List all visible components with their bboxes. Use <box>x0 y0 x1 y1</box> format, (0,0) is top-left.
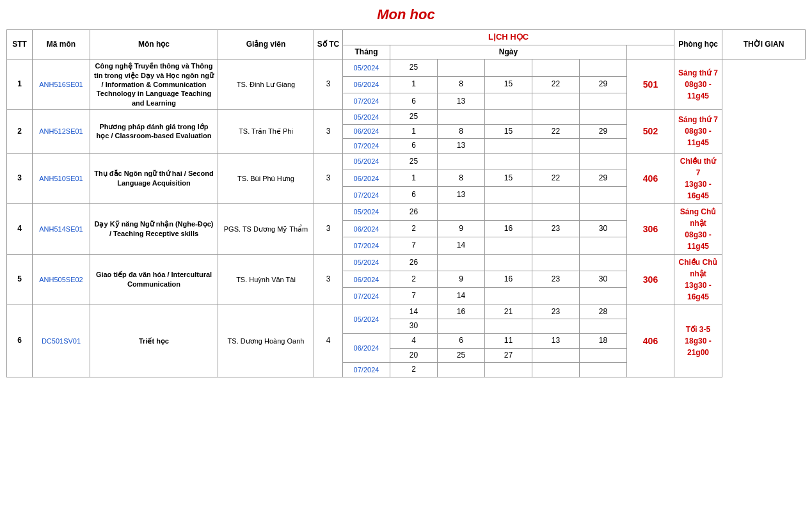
page-title: Mon hoc <box>6 6 806 23</box>
cell-ngay <box>485 288 532 305</box>
cell-mamon: ANH505SE02 <box>33 254 90 305</box>
cell-ngay <box>532 237 580 254</box>
cell-phonghoc: 501 <box>627 59 674 109</box>
cell-monhoc: Dạy Kỹ năng Ngữ nhận (Nghe-Đọc) / Teachi… <box>90 203 218 254</box>
cell-ngay <box>438 319 485 334</box>
cell-thang: 05/2024 <box>343 254 390 271</box>
cell-ngay: 13 <box>438 139 485 154</box>
cell-monhoc: Phương pháp đánh giá trong lớp học / Cla… <box>90 109 218 153</box>
table-row: 2ANH512SE01Phương pháp đánh giá trong lớ… <box>7 109 806 124</box>
schedule-table: STT Mã môn Môn học Giảng viên Số TC LỊCH… <box>6 29 806 377</box>
cell-ngay: 23 <box>532 271 580 288</box>
cell-thang: 05/2024 <box>343 153 390 170</box>
cell-ngay <box>532 187 580 203</box>
cell-ngay <box>485 363 532 377</box>
cell-ngay <box>438 109 485 124</box>
cell-ngay: 18 <box>580 333 627 348</box>
cell-ngay: 14 <box>438 237 485 254</box>
cell-stt: 3 <box>7 153 33 203</box>
cell-ngay <box>580 139 627 154</box>
cell-ngay: 22 <box>532 124 580 139</box>
cell-thang: 06/2024 <box>343 333 390 362</box>
cell-ngay: 11 <box>485 333 532 348</box>
cell-stt: 2 <box>7 109 33 153</box>
cell-ngay: 1 <box>390 124 438 139</box>
cell-ngay: 30 <box>580 221 627 237</box>
cell-ngay: 1 <box>390 76 438 93</box>
cell-ngay <box>438 363 485 377</box>
cell-ngay: 26 <box>390 203 438 220</box>
cell-ngay <box>438 59 485 76</box>
cell-ngay: 25 <box>390 59 438 76</box>
cell-ngay: 15 <box>485 76 532 93</box>
cell-thang: 06/2024 <box>343 271 390 288</box>
cell-ngay: 6 <box>390 93 438 109</box>
cell-ngay: 25 <box>390 153 438 170</box>
header-lichhoc: LỊCH HỌC <box>343 30 674 45</box>
cell-sotc: 3 <box>314 59 343 109</box>
cell-ngay <box>532 153 580 170</box>
table-row: 4ANH514SE01Dạy Kỹ năng Ngữ nhận (Nghe-Đọ… <box>7 203 806 220</box>
cell-monhoc: Thụ đắc Ngôn ngữ thứ hai / Second Langua… <box>90 153 218 203</box>
cell-ngay <box>532 203 580 220</box>
cell-ngay <box>580 348 627 363</box>
cell-ngay: 25 <box>438 348 485 363</box>
cell-ngay: 2 <box>390 221 438 237</box>
cell-ngay: 27 <box>485 348 532 363</box>
cell-ngay <box>485 187 532 203</box>
cell-ngay: 30 <box>580 271 627 288</box>
cell-ngay <box>580 109 627 124</box>
cell-stt: 4 <box>7 203 33 254</box>
cell-ngay: 2 <box>390 363 438 377</box>
cell-ngay: 16 <box>485 221 532 237</box>
cell-ngay <box>580 237 627 254</box>
header-sotc: Số TC <box>314 30 343 59</box>
cell-ngay <box>532 348 580 363</box>
cell-thang: 07/2024 <box>343 363 390 377</box>
cell-thoigian: Tối 3-518g30 - 21g00 <box>674 305 722 377</box>
cell-thang: 07/2024 <box>343 187 390 203</box>
cell-ngay <box>485 237 532 254</box>
cell-ngay <box>580 319 627 334</box>
cell-thang: 07/2024 <box>343 93 390 109</box>
cell-ngay: 15 <box>485 124 532 139</box>
header-mamon: Mã môn <box>33 30 90 59</box>
cell-thang: 07/2024 <box>343 139 390 154</box>
cell-thang: 07/2024 <box>343 288 390 305</box>
cell-ngay <box>438 254 485 271</box>
cell-ngay <box>438 153 485 170</box>
cell-ngay: 30 <box>390 319 438 334</box>
header-monhoc: Môn học <box>90 30 218 59</box>
cell-ngay <box>580 254 627 271</box>
cell-ngay <box>532 254 580 271</box>
cell-ngay: 15 <box>485 170 532 187</box>
cell-giangvien: TS. Huỳnh Văn Tài <box>218 254 314 305</box>
cell-ngay <box>580 93 627 109</box>
cell-ngay: 21 <box>485 305 532 319</box>
cell-ngay <box>532 319 580 334</box>
header-thoigian: THỜI GIAN <box>722 30 806 59</box>
cell-stt: 6 <box>7 305 33 377</box>
cell-ngay <box>485 139 532 154</box>
cell-ngay: 23 <box>532 305 580 319</box>
header-phonghoc: Phòng học <box>674 30 722 59</box>
cell-giangvien: TS. Bùi Phú Hưng <box>218 153 314 203</box>
cell-ngay: 2 <box>390 271 438 288</box>
table-row: 3ANH510SE01Thụ đắc Ngôn ngữ thứ hai / Se… <box>7 153 806 170</box>
cell-ngay: 20 <box>390 348 438 363</box>
cell-ngay <box>532 363 580 377</box>
cell-ngay <box>580 203 627 220</box>
cell-ngay <box>438 203 485 220</box>
cell-ngay: 9 <box>438 221 485 237</box>
cell-ngay: 6 <box>390 187 438 203</box>
cell-ngay: 14 <box>438 288 485 305</box>
cell-thang: 06/2024 <box>343 170 390 187</box>
cell-thang: 05/2024 <box>343 109 390 124</box>
cell-thang: 06/2024 <box>343 221 390 237</box>
cell-ngay: 23 <box>532 221 580 237</box>
table-row: 1ANH516SE01Công nghệ Truyền thông và Thô… <box>7 59 806 76</box>
cell-ngay: 25 <box>390 109 438 124</box>
header-ngay: Ngày <box>390 45 627 59</box>
cell-ngay <box>485 93 532 109</box>
cell-ngay: 29 <box>580 170 627 187</box>
